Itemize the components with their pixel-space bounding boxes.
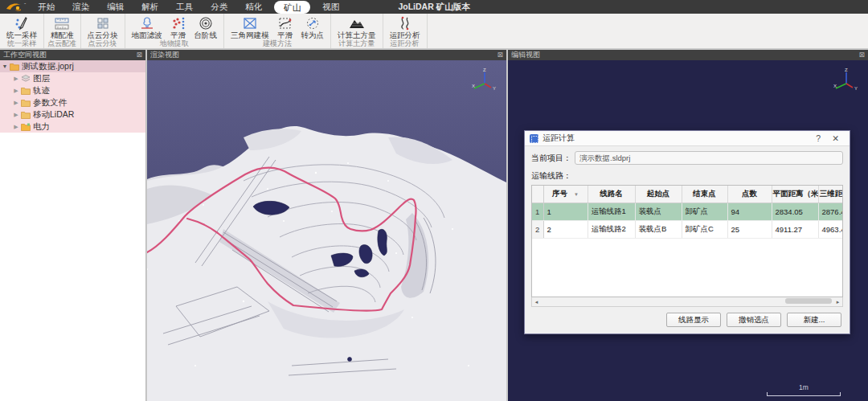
mesh-smooth-icon — [277, 14, 293, 31]
scale-bar-label: 1m — [767, 383, 841, 391]
axis-gizmo[interactable]: Z X Y — [471, 67, 498, 94]
smooth-points-icon — [170, 14, 186, 31]
smooth-points-button[interactable]: 平滑 — [166, 14, 190, 39]
col-header-end-point[interactable]: 结束点 — [682, 186, 727, 203]
menu-tools[interactable]: 工具 — [167, 0, 202, 14]
col-header-point-count[interactable]: 点数 — [727, 186, 772, 203]
svg-text:X: X — [472, 84, 475, 88]
uniform-sampling-button[interactable]: 统一采样 — [2, 14, 41, 39]
layers-icon — [21, 75, 31, 83]
menu-render[interactable]: 渲染 — [63, 0, 98, 14]
main-area: 工作空间视图 ⊠ ▼ 测试数据.joprj ▶ 图层 — [0, 48, 868, 401]
group-label: 点云配准 — [47, 39, 78, 48]
render-viewport-3d[interactable]: Z X Y — [147, 60, 506, 401]
tree-item-label: 移动LiDAR — [33, 109, 74, 121]
caret-right-icon[interactable]: ▶ — [11, 100, 21, 106]
mine-pointcloud-scene — [147, 60, 506, 401]
cloud-tiling-button[interactable]: 点云分块 — [84, 14, 122, 39]
scrollbar-track[interactable] — [541, 297, 833, 306]
tree-item-trajectory[interactable]: ▶ 轨迹 — [0, 84, 145, 96]
close-icon[interactable]: ⊠ — [497, 50, 503, 60]
workspace-panel-header: 工作空间视图 ⊠ — [0, 50, 145, 60]
corner-cell[interactable] — [532, 186, 543, 203]
group-label: 点云分块 — [84, 39, 122, 48]
table-row-line2[interactable]: 2 2 运输线路2 装载点B 卸矿点C 25 4911.27 4963.48 — [532, 221, 843, 239]
tin-modeling-button[interactable]: 三角网建模 — [227, 14, 273, 39]
axis-gizmo[interactable]: Z X Y — [833, 67, 860, 94]
render-view-title: 渲染视图 — [150, 50, 497, 60]
col-header-plan-distance[interactable]: 平面距离（米） — [772, 186, 818, 203]
tree-item-mobile-lidar[interactable]: ▶ 移动LiDAR — [0, 108, 145, 121]
edit-viewport-3d[interactable]: Z X Y 1m 运距计算 ? ✕ — [508, 60, 868, 401]
tree-item-label: 测试数据.joprj — [22, 61, 74, 72]
sort-icon: ▼ — [574, 192, 579, 197]
mesh-smooth-button[interactable]: 平滑 — [273, 14, 297, 39]
svg-text:Y: Y — [854, 86, 858, 91]
ribbon-toolbar: 统一采样 统一采样 精配准 点云配准 — [0, 14, 868, 49]
earthwork-volume-button[interactable]: 计算土方量 — [334, 14, 380, 39]
menu-start[interactable]: 开始 — [29, 0, 63, 14]
tree-item-label: 参数文件 — [33, 97, 67, 108]
scrollbar-thumb[interactable] — [785, 298, 832, 304]
render-view-header: 渲染视图 ⊠ — [147, 50, 506, 60]
col-header-start-point[interactable]: 起始点 — [635, 186, 682, 203]
close-icon[interactable]: ⊠ — [136, 50, 142, 60]
undo-point-button[interactable]: 撤销选点 — [727, 313, 781, 327]
menu-edit[interactable]: 编辑 — [98, 0, 133, 14]
ground-filter-button[interactable]: 地面滤波 — [128, 14, 166, 39]
transport-lines-label: 运输线路： — [531, 170, 843, 182]
col-header-line-name[interactable]: 线路名 — [588, 186, 635, 203]
svg-text:Z: Z — [845, 68, 848, 72]
col-header-index[interactable]: 序号▼ — [543, 186, 588, 203]
current-project-field[interactable]: 演示数据.sldprj — [575, 151, 843, 165]
tree-item-label: 电力 — [33, 121, 50, 133]
dialog-titlebar[interactable]: 运距计算 ? ✕ — [525, 131, 850, 146]
menu-mine-active[interactable]: 矿山 — [274, 1, 310, 14]
tree-item-layers[interactable]: ▶ 图层 — [0, 72, 145, 84]
menu-bar: 开始 渲染 编辑 解析 工具 分类 精化 矿山 视图 — [29, 0, 348, 14]
caret-right-icon[interactable]: ▶ — [11, 88, 21, 94]
scroll-left-icon[interactable]: ◂ — [532, 298, 541, 305]
horizontal-scrollbar[interactable]: ◂ ▸ — [531, 297, 843, 307]
tree-item-power[interactable]: ▶ 电力 — [0, 121, 145, 133]
help-button[interactable]: ? — [810, 133, 826, 143]
menu-classify[interactable]: 分类 — [202, 0, 236, 14]
close-icon[interactable]: ⊠ — [858, 50, 865, 60]
caret-down-icon[interactable]: ▼ — [0, 63, 10, 69]
dialog-body: 当前项目： 演示数据.sldprj 运输线路： — [525, 146, 850, 307]
caret-right-icon[interactable]: ▶ — [11, 76, 21, 82]
ribbon-group-modeling: 三角网建模 平滑 转为点 建模方法 — [224, 14, 331, 48]
dialog-button-row: 线路显示 撤销选点 新建... — [666, 313, 841, 327]
bench-line-button[interactable]: 台阶线 — [190, 14, 222, 39]
haul-distance-button[interactable]: 运距分析 — [386, 14, 424, 39]
col-header-3d-distance[interactable]: 三维距离（米） — [818, 186, 843, 203]
fine-registration-button[interactable]: 精配准 — [47, 14, 78, 39]
current-project-label: 当前项目： — [531, 153, 571, 164]
convert-to-points-button[interactable]: 转为点 — [297, 14, 329, 39]
caret-right-icon[interactable]: ▶ — [11, 124, 21, 130]
group-label: 运距分析 — [386, 39, 424, 48]
caret-right-icon[interactable]: ▶ — [11, 112, 21, 118]
group-label: 地物提取 — [128, 39, 222, 48]
uniform-sampling-icon — [14, 14, 29, 31]
menu-parse[interactable]: 解析 — [133, 0, 167, 14]
menu-view[interactable]: 视图 — [313, 0, 348, 14]
app-logo-icon[interactable] — [5, 2, 23, 12]
application-window: ˇ 开始 渲染 编辑 解析 工具 分类 精化 矿山 视图 JoLiDAR 矿山版… — [0, 0, 868, 401]
close-button[interactable]: ✕ — [826, 133, 845, 143]
transport-lines-table[interactable]: 序号▼ 线路名 起始点 结束点 点数 平面距离（米） 三维距离（米） — [531, 185, 843, 297]
scroll-right-icon[interactable]: ▸ — [833, 298, 842, 305]
tree-item-project[interactable]: ▼ 测试数据.joprj — [0, 60, 145, 72]
render-view-panel: 渲染视图 ⊠ — [147, 50, 506, 401]
table-row-line1[interactable]: 1 1 运输线路1 装载点 卸矿点 94 2834.05 2876.44 — [532, 203, 843, 221]
folder-icon — [21, 87, 31, 95]
cloud-tiling-icon — [96, 14, 110, 31]
show-line-button[interactable]: 线路显示 — [666, 313, 721, 327]
logo-dropdown-icon[interactable]: ˇ — [24, 2, 26, 8]
fine-registration-icon — [54, 14, 70, 31]
new-line-button[interactable]: 新建... — [787, 313, 841, 327]
workspace-tree: ▼ 测试数据.joprj ▶ 图层 ▶ — [0, 60, 145, 133]
earthwork-volume-icon — [348, 14, 366, 31]
tree-item-parameter-files[interactable]: ▶ 参数文件 — [0, 96, 145, 108]
menu-refine[interactable]: 精化 — [236, 0, 271, 14]
